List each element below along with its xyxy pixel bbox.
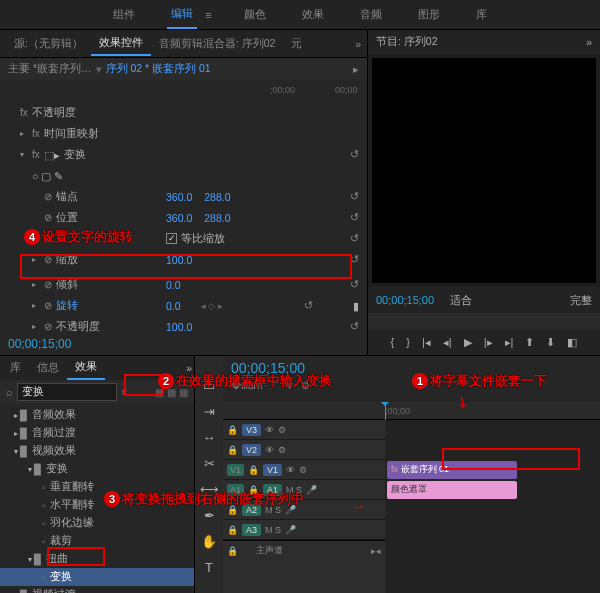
chevron-right-icon[interactable]: ▸ [20, 129, 30, 138]
filter-icon[interactable]: ▦ [155, 387, 164, 398]
export-frame-icon[interactable]: ◧ [567, 336, 577, 349]
mark-out-icon[interactable]: } [406, 336, 410, 348]
nested-sequence-clip[interactable]: fx 嵌套序列 01 [387, 461, 517, 479]
timeline-timecode[interactable]: 00;00;15;00 [231, 360, 592, 376]
track-a3[interactable]: A3 [242, 524, 261, 536]
tree-item[interactable]: ▸▉音频效果 [0, 406, 194, 424]
lock-icon[interactable]: 🔒 [227, 505, 238, 515]
program-timecode[interactable]: 00;00;15;00 [376, 294, 434, 306]
linked-selection-icon[interactable]: ⌒ [269, 380, 279, 394]
time-remap-effect[interactable]: 时间重映射 [44, 127, 154, 141]
chevron-right-icon[interactable]: ▸ [32, 255, 42, 264]
chevron-right-icon[interactable]: ▸ [32, 280, 42, 289]
voiceover-icon[interactable]: 🎤 [285, 505, 296, 515]
mute-solo[interactable]: M S [286, 485, 302, 495]
reset-icon[interactable]: ↺ [350, 278, 359, 291]
chevron-down-icon[interactable]: ▾ [20, 150, 30, 159]
program-monitor-viewport[interactable] [372, 58, 596, 283]
reset-icon[interactable]: ↺ [304, 299, 313, 312]
stopwatch-icon[interactable]: ⊘ [44, 233, 52, 244]
stopwatch-icon[interactable]: ⊘ [44, 300, 52, 311]
lock-icon[interactable]: 🔒 [227, 525, 238, 535]
tree-item[interactable]: ▫变换 [0, 568, 194, 586]
effect-timeline-ruler[interactable]: ;00;00 00;00 [0, 80, 367, 100]
tree-item[interactable]: ▫裁剪 [0, 532, 194, 550]
panel-menu-icon[interactable]: » [586, 36, 592, 48]
track-a1[interactable]: A1 [263, 484, 282, 496]
track-v2[interactable]: V2 [242, 444, 261, 456]
clear-search-icon[interactable]: × [121, 386, 127, 398]
effect-controls-tab[interactable]: 效果控件 [91, 32, 151, 56]
tab-library[interactable]: 库 [472, 1, 491, 28]
info-tab[interactable]: 信息 [29, 357, 67, 379]
lift-icon[interactable]: ⬆ [525, 336, 534, 349]
stopwatch-icon[interactable]: ⊘ [44, 279, 52, 290]
go-to-in-icon[interactable]: |◂ [422, 336, 431, 349]
zoom-fit-dropdown[interactable]: 适合 [450, 293, 472, 308]
master-track[interactable]: 主声道 [256, 544, 283, 557]
mute-solo[interactable]: M S [265, 505, 281, 515]
stopwatch-icon[interactable]: ⊘ [44, 212, 52, 223]
position-y-value[interactable]: 288.0 [204, 212, 230, 224]
reset-icon[interactable]: ↺ [350, 148, 359, 161]
skew-value[interactable]: 0.0 [166, 279, 181, 291]
tab-graphics[interactable]: 图形 [414, 1, 444, 28]
track-toggle-output[interactable]: 👁 [286, 465, 295, 475]
mute-solo[interactable]: M S [265, 525, 281, 535]
lock-icon[interactable]: 🔒 [248, 485, 259, 495]
effects-tab[interactable]: 效果 [67, 356, 105, 380]
track-v3[interactable]: V3 [242, 424, 261, 436]
tree-item[interactable]: ▸▉视频过渡 [0, 586, 194, 593]
chevron-icon[interactable]: ▾ [28, 555, 32, 564]
tab-assembly[interactable]: 组件 [109, 1, 139, 28]
reset-icon[interactable]: ↺ [350, 253, 359, 266]
chevron-right-icon[interactable]: ▸ [32, 301, 42, 310]
tab-audio[interactable]: 音频 [356, 1, 386, 28]
pen-tool-icon[interactable]: ✒ [204, 506, 215, 524]
library-tab[interactable]: 库 [2, 357, 29, 379]
lock-icon[interactable]: 🔒 [248, 465, 259, 475]
mark-in-icon[interactable]: { [391, 336, 395, 348]
menu-icon[interactable]: ≡ [205, 9, 211, 21]
anchor-x-value[interactable]: 360.0 [166, 191, 192, 203]
chevron-right-icon[interactable]: ▸ [353, 63, 359, 75]
position-x-value[interactable]: 360.0 [166, 212, 192, 224]
tree-item[interactable]: ▾▉视频效果 [0, 442, 194, 460]
keyframe-nav[interactable]: ◂ ◇ ▸ [201, 301, 223, 311]
reset-icon[interactable]: ↺ [350, 211, 359, 224]
razor-tool-icon[interactable]: ✂ [204, 454, 215, 472]
scale-value[interactable]: 100.0 [166, 254, 192, 266]
play-icon[interactable]: ▶ [464, 336, 472, 349]
uniform-scale-checkbox[interactable] [166, 233, 177, 244]
reset-icon[interactable]: ↺ [350, 232, 359, 245]
source-tab[interactable]: 源:（无剪辑） [6, 33, 91, 55]
hand-tool-icon[interactable]: ✋ [201, 532, 217, 550]
go-to-out-icon[interactable]: ▸| [505, 336, 514, 349]
stopwatch-icon[interactable]: ⊘ [44, 321, 52, 332]
voiceover-icon[interactable]: 🎤 [306, 485, 317, 495]
tree-item[interactable]: ▫羽化边缘 [0, 514, 194, 532]
metadata-tab[interactable]: 元 [283, 33, 310, 55]
tree-item[interactable]: ▾▉扭曲 [0, 550, 194, 568]
chevron-right-icon[interactable]: ▸ [32, 322, 42, 331]
track-toggle-output[interactable]: 👁 [265, 425, 274, 435]
tree-item[interactable]: ▫水平翻转 [0, 496, 194, 514]
program-ruler[interactable] [368, 313, 600, 329]
stopwatch-icon[interactable]: ⊘ [44, 254, 52, 265]
chevron-icon[interactable]: ▾ [14, 447, 18, 456]
timeline-tracks-area[interactable]: fx 嵌套序列 01 颜色遮罩 [385, 420, 600, 593]
tab-effects[interactable]: 效果 [298, 1, 328, 28]
anchor-y-value[interactable]: 288.0 [204, 191, 230, 203]
track-select-tool-icon[interactable]: ⇥ [204, 402, 215, 420]
effects-search-input[interactable] [17, 383, 117, 401]
tab-color[interactable]: 颜色 [240, 1, 270, 28]
opacity-effect[interactable]: 不透明度 [32, 106, 142, 120]
track-toggle-output[interactable]: 👁 [265, 445, 274, 455]
extract-icon[interactable]: ⬇ [546, 336, 555, 349]
resolution-dropdown[interactable]: 完整 [570, 293, 592, 308]
tree-item[interactable]: ▫垂直翻转 [0, 478, 194, 496]
track-v1[interactable]: V1 [263, 464, 282, 476]
settings-icon[interactable]: ⚙ [301, 380, 310, 394]
step-fwd-icon[interactable]: |▸ [484, 336, 493, 349]
effect-timecode[interactable]: 00;00;15;00 [0, 333, 367, 355]
